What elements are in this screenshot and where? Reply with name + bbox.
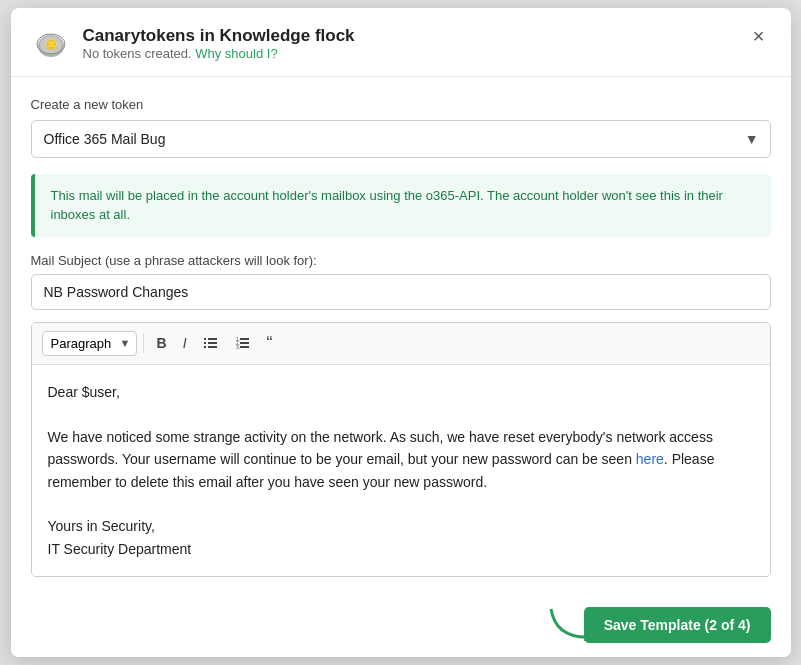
- paragraph-select-wrap: Paragraph ▼: [42, 331, 137, 356]
- editor-toolbar: Paragraph ▼ B I: [32, 323, 770, 365]
- svg-marker-16: [584, 627, 601, 641]
- modal-body: Create a new token Office 365 Mail Bug ▼…: [11, 77, 791, 657]
- editor-line-body: We have noticed some strange activity on…: [48, 403, 754, 493]
- svg-rect-15: [240, 346, 249, 348]
- header-left: 🪙 Canarytokens in Knowledge flock No tok…: [31, 24, 355, 64]
- svg-rect-11: [240, 338, 249, 340]
- svg-rect-13: [240, 342, 249, 344]
- modal-footer: Save Template (2 of 4): [11, 593, 791, 657]
- here-link[interactable]: here: [636, 451, 664, 467]
- svg-rect-7: [208, 342, 217, 344]
- toolbar-divider-1: [143, 333, 144, 353]
- token-type-wrapper: Office 365 Mail Bug ▼: [31, 120, 771, 158]
- bullet-list-icon: [203, 335, 219, 351]
- bold-button[interactable]: B: [150, 331, 174, 355]
- close-button[interactable]: ×: [747, 24, 771, 48]
- svg-text:🪙: 🪙: [45, 38, 58, 51]
- editor-container: Paragraph ▼ B I: [31, 322, 771, 577]
- info-banner: This mail will be placed in the account …: [31, 174, 771, 237]
- svg-rect-4: [204, 338, 206, 340]
- why-link[interactable]: Why should I?: [195, 46, 277, 61]
- svg-rect-9: [208, 346, 217, 348]
- svg-rect-6: [204, 342, 206, 344]
- ordered-list-button[interactable]: 1. 2. 3.: [228, 331, 258, 355]
- create-token-label: Create a new token: [31, 97, 771, 112]
- info-banner-text: This mail will be placed in the account …: [51, 186, 755, 225]
- svg-rect-5: [208, 338, 217, 340]
- svg-rect-8: [204, 346, 206, 348]
- modal-subtitle: No tokens created. Why should I?: [83, 46, 355, 61]
- mail-subject-label: Mail Subject (use a phrase attackers wil…: [31, 253, 771, 268]
- mail-subject-input[interactable]: [31, 274, 771, 310]
- svg-text:3.: 3.: [236, 344, 240, 350]
- save-template-button[interactable]: Save Template (2 of 4): [584, 607, 771, 643]
- paragraph-select[interactable]: Paragraph: [42, 331, 137, 356]
- editor-line-greeting: Dear $user,: [48, 381, 754, 403]
- main-modal: 🪙 Canarytokens in Knowledge flock No tok…: [11, 8, 791, 657]
- modal-header: 🪙 Canarytokens in Knowledge flock No tok…: [11, 8, 791, 77]
- token-type-select[interactable]: Office 365 Mail Bug: [31, 120, 771, 158]
- modal-title: Canarytokens in Knowledge flock: [83, 26, 355, 46]
- ordered-list-icon: 1. 2. 3.: [235, 335, 251, 351]
- blockquote-button[interactable]: “: [260, 329, 280, 358]
- canary-icon: 🪙: [31, 24, 71, 64]
- editor-content[interactable]: Dear $user, We have noticed some strange…: [32, 365, 770, 576]
- arrow-hint-icon: [546, 599, 606, 649]
- subtitle-text: No tokens created.: [83, 46, 192, 61]
- header-text: Canarytokens in Knowledge flock No token…: [83, 26, 355, 61]
- bullet-list-button[interactable]: [196, 331, 226, 355]
- italic-button[interactable]: I: [176, 331, 194, 355]
- editor-line-closing: Yours in Security,IT Security Department: [48, 493, 754, 560]
